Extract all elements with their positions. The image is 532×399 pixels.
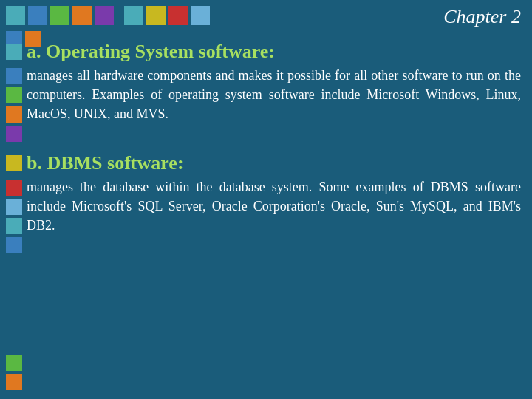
deco-sq-4 (72, 6, 92, 25)
section-b-icon (6, 155, 22, 171)
deco-sq-1 (6, 6, 25, 25)
section-b-header: b. DBMS software: (6, 152, 521, 174)
deco-sq-2 (28, 6, 47, 25)
section-b-body-row: manages the database within the database… (6, 177, 521, 253)
content-area: a. Operating System software: manages al… (6, 41, 521, 253)
section-a-side-squares (6, 68, 22, 142)
side-sq-b3 (6, 218, 22, 234)
section-a-body: manages all hardware components and make… (27, 66, 521, 123)
section-b-body: manages the database within the database… (27, 177, 521, 235)
section-a-body-row: manages all hardware components and make… (6, 66, 521, 142)
deco-sq-6 (124, 6, 143, 25)
side-sq-b2 (6, 199, 22, 215)
top-squares-row (6, 6, 210, 25)
bottom-left-squares (6, 355, 22, 390)
section-a-header: a. Operating System software: (6, 41, 521, 63)
side-sq-b4 (6, 237, 22, 253)
section-b-side-squares (6, 180, 22, 253)
side-sq-a1 (6, 68, 22, 84)
side-sq-b1 (6, 180, 22, 196)
side-sq-a4 (6, 126, 22, 142)
btm-sq-2 (6, 374, 22, 390)
section-a-icon (6, 44, 22, 60)
chapter-label: Chapter 2 (443, 6, 521, 28)
section-a-heading: a. Operating System software: (27, 41, 275, 63)
deco-sq-8 (168, 6, 188, 25)
deco-sq-7 (146, 6, 166, 25)
slide-page: Chapter 2 a. Operating System software: (0, 0, 532, 399)
section-b-heading: b. DBMS software: (27, 152, 184, 174)
deco-sq-5 (95, 6, 114, 25)
btm-sq-1 (6, 355, 22, 371)
deco-sq-3 (50, 6, 69, 25)
side-sq-a3 (6, 106, 22, 123)
deco-sq-9 (191, 6, 210, 25)
side-sq-a2 (6, 87, 22, 103)
